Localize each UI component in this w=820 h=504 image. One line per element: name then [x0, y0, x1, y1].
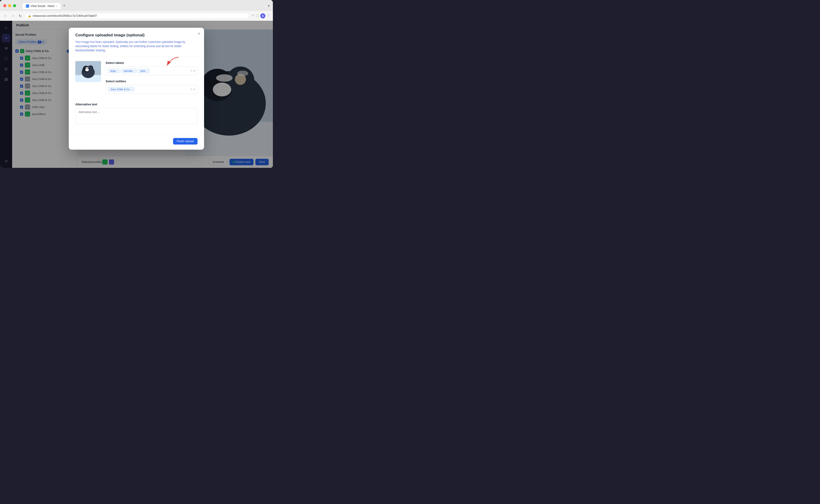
labels-dropdown-icon[interactable]: ▾ [193, 69, 195, 72]
modal-title: Configure uploaded image (optional) [75, 33, 197, 38]
address-bar[interactable]: 🔒 vistasocial.com/inbox/61950b1c7a71904c… [24, 13, 249, 19]
back-button[interactable]: ← [3, 13, 8, 18]
url-text: vistasocial.com/inbox/61950b1c7a71904ca9… [33, 14, 97, 17]
tag-dogs: dogs × [108, 69, 120, 73]
tag-dogs-close[interactable]: × [117, 70, 118, 72]
modal-footer: Finish Upload [69, 134, 204, 150]
tab-close-icon[interactable]: × [56, 5, 57, 7]
tab-favicon [26, 4, 29, 8]
select-labels-section: Select labels dogs × animals × [106, 61, 197, 75]
lock-icon: 🔒 [28, 14, 31, 17]
tab-label: Vista Social - Inbox [31, 4, 55, 8]
forward-button[interactable]: → [10, 13, 16, 18]
entities-input[interactable]: Juicy Chills & Co. × × ▾ [106, 85, 197, 94]
tag-dogs-text: dogs [110, 69, 116, 72]
tag-entity-text: Juicy Chills & Co. [110, 88, 130, 91]
tag-pets-text: pets [140, 69, 145, 72]
entities-clear-button[interactable]: × [190, 88, 192, 91]
svg-point-14 [85, 69, 89, 71]
tag-pets-close[interactable]: × [146, 70, 148, 72]
maximize-button[interactable] [13, 4, 16, 7]
alt-text-section: Alternative text [75, 103, 197, 125]
image-preview-row: Select labels dogs × animals × [75, 61, 197, 98]
tab-dropdown-icon[interactable]: ▾ [268, 4, 269, 8]
modal-description: Your image has been uploaded. Optionally… [75, 40, 197, 52]
close-button[interactable] [3, 4, 6, 7]
labels-input[interactable]: dogs × animals × pets × [106, 66, 197, 75]
refresh-button[interactable]: ↻ [18, 13, 23, 19]
select-entities-section: Select entities Juicy Chills & Co. × × ▾ [106, 79, 197, 94]
minimize-button[interactable] [8, 4, 11, 7]
new-tab-button[interactable]: + [61, 2, 67, 9]
image-preview [75, 61, 101, 82]
tag-animals-text: animals [124, 69, 133, 72]
tag-pets: pets × [138, 69, 150, 73]
tag-entity: Juicy Chills & Co. × [108, 87, 135, 91]
svg-point-15 [85, 67, 89, 69]
modal-body: Select labels dogs × animals × [69, 56, 204, 134]
modal-close-button[interactable]: ✕ [197, 31, 200, 36]
profile-avatar[interactable]: A [260, 13, 265, 18]
finish-upload-button[interactable]: Finish Upload [173, 138, 197, 145]
bookmark-icon[interactable]: ☆ [251, 13, 254, 18]
browser-menu-icon[interactable]: ⋮ [267, 13, 270, 18]
select-labels-label: Select labels [106, 61, 197, 65]
modal-backdrop: ✕ Configure uploaded image (optional) Yo… [0, 21, 273, 168]
labels-clear-button[interactable]: × [190, 69, 192, 72]
tag-entity-close[interactable]: × [131, 88, 133, 91]
modal-header: Configure uploaded image (optional) Your… [69, 28, 204, 56]
entities-dropdown-icon[interactable]: ▾ [193, 88, 195, 91]
tag-animals-close[interactable]: × [134, 70, 135, 72]
alt-text-label: Alternative text [75, 103, 197, 106]
active-tab[interactable]: Vista Social - Inbox × [23, 3, 61, 9]
modal-dialog: ✕ Configure uploaded image (optional) Yo… [69, 28, 204, 150]
tag-animals: animals × [122, 69, 137, 73]
dog-preview-image [75, 61, 101, 82]
extensions-icon[interactable]: ⬚ [256, 13, 259, 18]
select-entities-label: Select entities [106, 79, 197, 83]
alt-text-input[interactable] [75, 108, 197, 124]
